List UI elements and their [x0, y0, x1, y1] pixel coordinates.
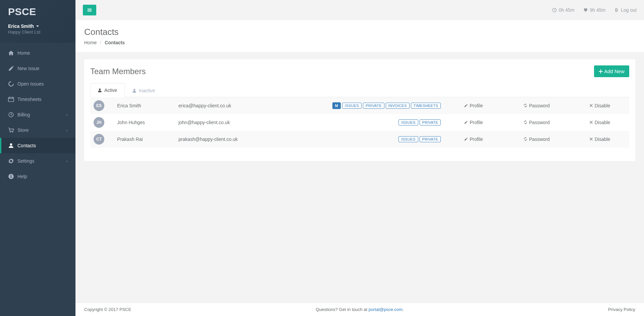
- disable-link[interactable]: Disable: [589, 103, 610, 108]
- footer-contact: Questions? Get in touch at portal@psce.c…: [316, 307, 404, 312]
- bars-icon: [87, 8, 92, 12]
- avatar: CT: [94, 134, 104, 145]
- footer-contact-prefix: Questions? Get in touch at: [316, 307, 369, 312]
- chevron-left-icon: ‹: [66, 159, 67, 163]
- sidebar-item-store[interactable]: Store‹: [0, 122, 75, 138]
- member-name: John Huhges: [114, 114, 175, 131]
- user-icon: [98, 88, 102, 92]
- add-new-button[interactable]: Add New: [594, 65, 629, 77]
- badge-m[interactable]: M: [332, 102, 341, 109]
- timer-2: 9h 45m: [583, 7, 606, 13]
- password-link[interactable]: Password: [524, 103, 549, 108]
- sidebar-item-label: New Issue: [17, 66, 39, 71]
- home-icon: [8, 50, 14, 56]
- logout-icon: [614, 8, 619, 12]
- footer-copyright: Copyright © 2017 PSCE: [84, 307, 131, 312]
- member-email: erica@happy-client.co.uk: [175, 97, 323, 114]
- badge-timesheets[interactable]: TIMESHEETS: [411, 103, 441, 109]
- panel-title: Team Members: [90, 67, 146, 76]
- badge-issues[interactable]: ISSUES: [398, 119, 418, 125]
- member-name: Erica Smith: [114, 97, 175, 114]
- tab-active-label: Active: [104, 88, 117, 93]
- footer: Copyright © 2017 PSCE Questions? Get in …: [75, 303, 644, 316]
- plus-icon: [599, 69, 603, 73]
- member-badges: ISSUESPRIVATE: [323, 114, 444, 131]
- badge-invoices[interactable]: INVOICES: [386, 103, 410, 109]
- refresh-icon: [524, 120, 527, 124]
- privacy-link[interactable]: Privacy Policy: [608, 307, 635, 312]
- cart-icon: [8, 127, 14, 133]
- tab-inactive[interactable]: Inactive: [125, 83, 163, 97]
- add-new-label: Add New: [604, 68, 625, 74]
- badge-issues[interactable]: ISSUES: [398, 136, 418, 142]
- sidebar-item-label: Billing: [17, 112, 30, 117]
- tabs: Active Inactive: [90, 83, 629, 97]
- caret-down-icon: [36, 25, 39, 27]
- disable-link[interactable]: Disable: [589, 137, 610, 142]
- x-icon: [589, 104, 593, 107]
- tab-active[interactable]: Active: [90, 83, 125, 97]
- password-link[interactable]: Password: [524, 137, 549, 142]
- profile-link[interactable]: Profile: [464, 120, 483, 125]
- pencil-icon: [464, 137, 468, 141]
- page-header: Contacts Home / Contacts: [75, 20, 644, 52]
- gear-icon: [8, 158, 14, 164]
- member-email: prakash@happy-client.co.uk: [175, 131, 323, 148]
- password-link[interactable]: Password: [524, 120, 549, 125]
- sidebar-item-label: Help: [17, 174, 27, 179]
- sidebar-item-label: Home: [17, 50, 30, 56]
- chevron-left-icon: ‹: [66, 128, 67, 132]
- timer-1: 0h 45m: [552, 7, 575, 13]
- team-panel: Team Members Add New Active Inactive ESE…: [84, 59, 635, 161]
- pencil-icon: [464, 104, 468, 107]
- member-name: Prakash Rai: [114, 131, 175, 148]
- sidebar-item-label: Open Issues: [17, 81, 44, 87]
- badge-issues[interactable]: ISSUES: [342, 103, 362, 109]
- sidebar-item-label: Settings: [17, 158, 35, 164]
- members-table: ESErica Smitherica@happy-client.co.ukMIS…: [90, 97, 629, 148]
- profile-link[interactable]: Profile: [464, 137, 483, 142]
- chevron-left-icon: ‹: [66, 113, 67, 117]
- calendar-icon: [8, 96, 14, 102]
- sidebar-item-settings[interactable]: Settings‹: [0, 153, 75, 169]
- breadcrumb-home[interactable]: Home: [84, 40, 97, 45]
- user-menu[interactable]: Erica Smith: [8, 23, 67, 29]
- brand-logo: PSCE: [8, 6, 67, 17]
- user-name-text: Erica Smith: [8, 23, 34, 29]
- hamburger-button[interactable]: [83, 5, 96, 15]
- avatar: JH: [94, 117, 104, 128]
- user-icon: [132, 89, 136, 93]
- logout-link[interactable]: Log out: [614, 7, 637, 13]
- sidebar-item-label: Contacts: [17, 143, 36, 148]
- badge-private[interactable]: PRIVATE: [420, 136, 441, 142]
- tab-inactive-label: Inactive: [139, 88, 155, 93]
- avatar: ES: [94, 100, 104, 111]
- footer-email-link[interactable]: portal@psce.com: [369, 307, 402, 312]
- nav-list: HomeNew IssueOpen IssuesTimesheetsBillin…: [0, 45, 75, 184]
- spinner-icon: [8, 81, 14, 87]
- user-company: Happy Client Ltd: [8, 30, 67, 35]
- page-title: Contacts: [84, 27, 635, 37]
- sidebar-item-contacts[interactable]: Contacts: [0, 138, 75, 153]
- disable-link[interactable]: Disable: [589, 120, 610, 125]
- svg-rect-6: [11, 175, 11, 176]
- info-icon: [8, 173, 14, 179]
- refresh-icon: [524, 104, 527, 107]
- sidebar-item-home[interactable]: Home: [0, 45, 75, 61]
- sidebar-item-timesheets[interactable]: Timesheets: [0, 92, 75, 107]
- sidebar-item-billing[interactable]: Billing‹: [0, 107, 75, 122]
- timer-1-text: 0h 45m: [559, 7, 575, 13]
- table-row: ESErica Smitherica@happy-client.co.ukMIS…: [90, 97, 629, 114]
- sidebar-item-help[interactable]: Help: [0, 169, 75, 184]
- table-row: CTPrakash Raiprakash@happy-client.co.ukI…: [90, 131, 629, 148]
- member-badges: ISSUESPRIVATE: [323, 131, 444, 148]
- sidebar-item-new-issue[interactable]: New Issue: [0, 61, 75, 76]
- badge-private[interactable]: PRIVATE: [420, 119, 441, 125]
- user-icon: [8, 143, 14, 149]
- badge-private[interactable]: PRIVATE: [363, 103, 384, 109]
- profile-link[interactable]: Profile: [464, 103, 483, 108]
- sidebar-item-label: Store: [17, 127, 29, 133]
- refresh-icon: [524, 137, 527, 141]
- sidebar-item-open-issues[interactable]: Open Issues: [0, 76, 75, 92]
- table-row: JHJohn Huhgesjohn@happy-client.co.ukISSU…: [90, 114, 629, 131]
